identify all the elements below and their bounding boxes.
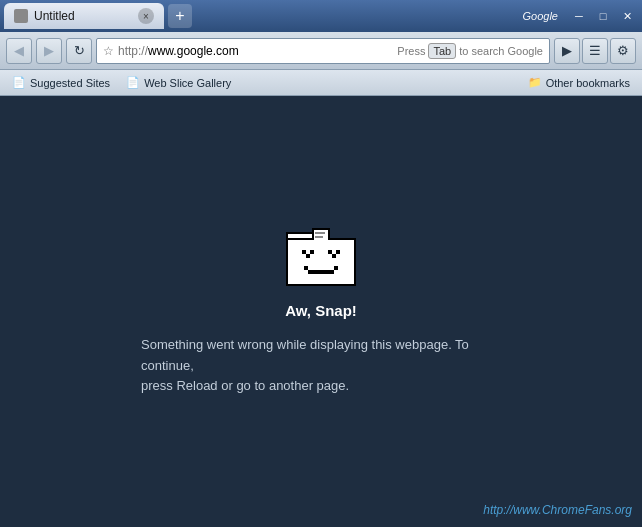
bookmarks-right-section: 📁 Other bookmarks (522, 74, 636, 91)
svg-rect-7 (286, 232, 314, 234)
svg-rect-5 (286, 284, 356, 286)
suggested-sites-bookmark[interactable]: 📄 Suggested Sites (6, 73, 116, 93)
web-slice-gallery-label: Web Slice Gallery (144, 77, 231, 89)
tab-close-button[interactable]: × (138, 8, 154, 24)
other-bookmarks-label: Other bookmarks (546, 77, 630, 89)
svg-rect-9 (302, 250, 306, 254)
svg-rect-23 (315, 236, 323, 238)
close-button[interactable]: ✕ (616, 7, 638, 25)
title-bar: Untitled × + Google ─ □ ✕ (0, 0, 642, 32)
google-label: Google (523, 10, 558, 22)
svg-rect-20 (312, 228, 314, 240)
url-domain: www.google.com (148, 44, 239, 58)
main-content: Aw, Snap! Something went wrong while dis… (0, 96, 642, 527)
nav-action-buttons: ▶ ☰ ⚙ (554, 38, 636, 64)
svg-rect-10 (310, 250, 314, 254)
maximize-button[interactable]: □ (592, 7, 614, 25)
back-button[interactable]: ◀ (6, 38, 32, 64)
new-tab-button[interactable]: + (168, 4, 192, 28)
svg-rect-12 (328, 250, 332, 254)
page-icon: ☆ (103, 44, 114, 58)
bookmark-page-icon-2: 📄 (126, 76, 140, 89)
address-hint: Press Tab to search Google (397, 43, 543, 59)
error-description: Something went wrong while displaying th… (141, 335, 501, 397)
minimize-button[interactable]: ─ (568, 7, 590, 25)
forward-button[interactable]: ▶ (36, 38, 62, 64)
tabs-container: Untitled × + (4, 3, 523, 29)
hint-suffix: to search Google (459, 45, 543, 57)
svg-rect-11 (306, 254, 310, 258)
other-bookmarks-button[interactable]: 📁 Other bookmarks (522, 74, 636, 91)
suggested-sites-label: Suggested Sites (30, 77, 110, 89)
tab-favicon (14, 9, 28, 23)
svg-rect-0 (286, 238, 356, 286)
svg-rect-13 (336, 250, 340, 254)
svg-rect-19 (312, 228, 330, 230)
svg-rect-16 (304, 266, 308, 270)
navigation-bar: ◀ ▶ ↻ ☆ http://www.google.com Press Tab … (0, 32, 642, 70)
svg-rect-4 (354, 238, 356, 286)
bookmarks-bar: 📄 Suggested Sites 📄 Web Slice Gallery 📁 … (0, 70, 642, 96)
media-button[interactable]: ▶ (554, 38, 580, 64)
page-button[interactable]: ☰ (582, 38, 608, 64)
svg-rect-15 (308, 270, 334, 274)
hint-text: Press (397, 45, 425, 57)
reload-button[interactable]: ↻ (66, 38, 92, 64)
address-bar[interactable]: ☆ http://www.google.com Press Tab to sea… (96, 38, 550, 64)
tools-button[interactable]: ⚙ (610, 38, 636, 64)
svg-rect-17 (334, 266, 338, 270)
active-tab[interactable]: Untitled × (4, 3, 164, 29)
svg-rect-22 (315, 232, 325, 234)
web-slice-gallery-bookmark[interactable]: 📄 Web Slice Gallery (120, 73, 237, 93)
svg-rect-14 (332, 254, 336, 258)
error-title: Aw, Snap! (285, 302, 357, 319)
svg-rect-3 (286, 238, 288, 286)
svg-rect-21 (328, 228, 330, 240)
address-url-text: http://www.google.com (118, 44, 393, 58)
window-controls: Google ─ □ ✕ (523, 7, 638, 25)
tab-key-badge: Tab (428, 43, 456, 59)
tab-title: Untitled (34, 9, 132, 23)
svg-rect-18 (312, 228, 330, 242)
watermark: http://www.ChromeFans.org (483, 503, 632, 517)
url-prefix: http:// (118, 44, 148, 58)
folder-icon: 📁 (528, 76, 542, 89)
bookmark-page-icon: 📄 (12, 76, 26, 89)
sad-folder-icon (286, 226, 356, 286)
